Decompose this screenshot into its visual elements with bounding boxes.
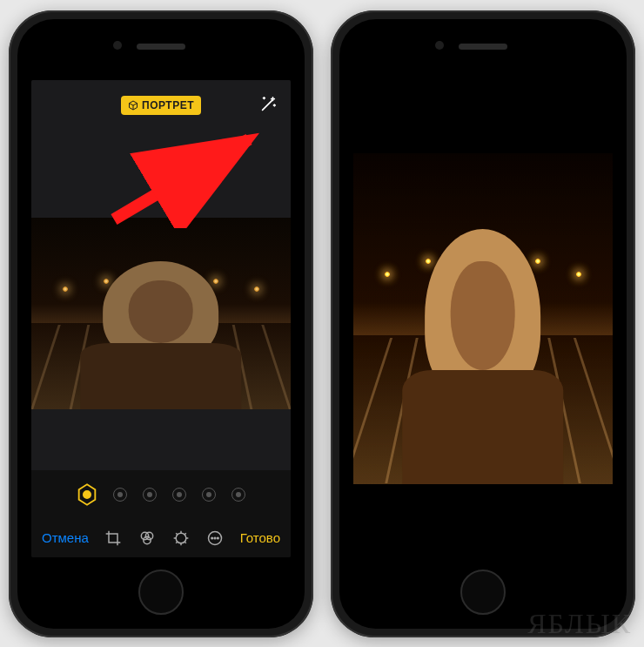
phone-body: ПОРТРЕТ [17, 19, 305, 629]
phone-right [331, 10, 635, 637]
screen-editor: ПОРТРЕТ [31, 80, 291, 557]
lighting-option[interactable] [170, 485, 189, 504]
svg-point-4 [144, 536, 151, 543]
magic-wand-icon [258, 95, 278, 114]
hexagon-icon [75, 482, 99, 507]
crop-tool[interactable] [99, 523, 128, 553]
lighting-option-active[interactable] [74, 482, 100, 508]
editor-controls: Отмена [31, 470, 291, 557]
editor-header: ПОРТРЕТ [31, 80, 291, 131]
more-tool[interactable] [201, 523, 230, 553]
filters-icon [138, 529, 156, 547]
svg-point-7 [211, 537, 213, 539]
cancel-button[interactable]: Отмена [42, 530, 89, 545]
svg-point-3 [146, 532, 153, 539]
adjust-icon [172, 529, 190, 547]
lighting-options-row [31, 470, 291, 519]
svg-point-8 [214, 537, 216, 539]
editor-canvas [31, 131, 291, 470]
home-button[interactable] [460, 569, 506, 615]
lighting-option[interactable] [111, 485, 130, 504]
filters-tool[interactable] [133, 523, 162, 553]
adjust-tool[interactable] [167, 523, 196, 553]
front-camera [435, 41, 444, 50]
photo-preview[interactable] [31, 218, 291, 409]
photo-full [353, 153, 613, 484]
svg-point-1 [84, 490, 91, 497]
screen-viewer [353, 80, 613, 557]
lighting-option[interactable] [199, 485, 218, 504]
speaker-slot [137, 44, 185, 50]
phone-left: ПОРТРЕТ [9, 10, 313, 637]
cube-icon [128, 100, 138, 111]
svg-point-5 [176, 533, 186, 543]
magic-wand-button[interactable] [256, 92, 280, 117]
more-icon [206, 529, 224, 547]
svg-point-9 [218, 537, 219, 539]
portrait-badge-label: ПОРТРЕТ [142, 99, 194, 111]
done-button[interactable]: Готово [240, 530, 280, 545]
crop-icon [104, 529, 122, 547]
speaker-slot [459, 44, 507, 50]
home-button[interactable] [138, 569, 184, 615]
photo-viewer[interactable] [353, 80, 613, 557]
editor-toolbar: Отмена [31, 519, 291, 557]
phone-body [339, 19, 627, 629]
lighting-option[interactable] [229, 485, 248, 504]
portrait-badge[interactable]: ПОРТРЕТ [121, 96, 201, 115]
lighting-option[interactable] [140, 485, 159, 504]
front-camera [113, 41, 122, 50]
